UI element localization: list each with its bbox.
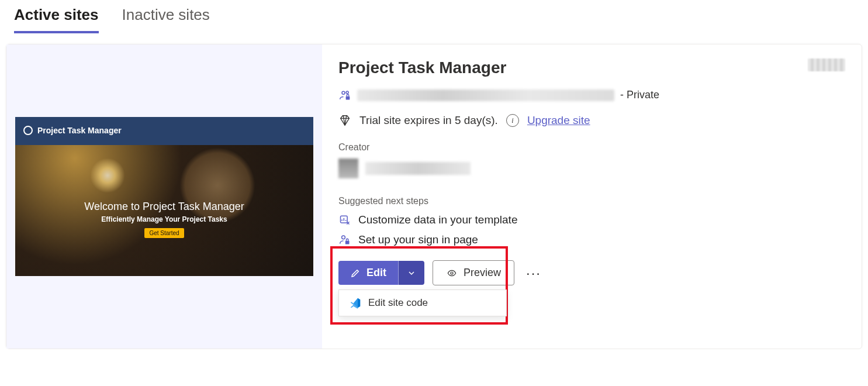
edit-dropdown-menu: Edit site code: [338, 290, 507, 316]
vscode-icon: [350, 297, 361, 309]
thumb-hero: Welcome to Project Task Manager Efficien…: [15, 145, 313, 276]
thumb-logo-icon: [23, 126, 33, 135]
trial-text: Trial site expires in 5 day(s).: [359, 114, 498, 127]
info-icon[interactable]: i: [506, 114, 519, 127]
diamond-icon: [338, 114, 351, 127]
svg-point-0: [342, 91, 345, 94]
preview-button-label: Preview: [464, 267, 501, 279]
person-lock-icon: [338, 234, 351, 246]
edit-dropdown-button[interactable]: [399, 261, 424, 285]
creator-name-redacted: [365, 162, 471, 175]
tab-inactive-sites[interactable]: Inactive sites: [122, 6, 210, 31]
creator-avatar-redacted: [338, 158, 358, 178]
thumb-hero-button: Get Started: [144, 228, 184, 238]
thumb-hero-sub: Efficiently Manage Your Project Tasks: [101, 215, 227, 223]
creator-label: Creator: [338, 142, 845, 153]
step-customize-data[interactable]: Customize data in your template: [338, 213, 845, 226]
thumb-brand: Project Task Manager: [37, 126, 122, 135]
redacted-url: [357, 89, 614, 101]
site-card: Project Task Manager Home About Us Conta…: [6, 44, 862, 349]
visibility-row: - Private: [338, 89, 845, 101]
svg-point-1: [346, 91, 348, 94]
chart-edit-icon: [338, 214, 351, 226]
visibility-label: - Private: [620, 89, 659, 101]
upgrade-site-link[interactable]: Upgrade site: [527, 114, 590, 127]
redacted-tag: [808, 58, 845, 71]
thumb-topbar: Project Task Manager: [15, 117, 313, 144]
more-actions-button[interactable]: ···: [523, 263, 545, 284]
creator-row: [338, 158, 845, 178]
sites-tabs: Active sites Inactive sites: [0, 0, 868, 33]
site-thumbnail[interactable]: Project Task Manager Home About Us Conta…: [15, 117, 313, 276]
action-buttons-row: Edit Preview: [338, 260, 845, 285]
svg-rect-5: [345, 241, 350, 244]
edit-site-code-item[interactable]: Edit site code: [368, 297, 428, 309]
step-signin-page[interactable]: Set up your sign in page: [338, 233, 845, 246]
chevron-down-icon: [407, 268, 416, 278]
preview-button[interactable]: Preview: [433, 260, 514, 285]
thumb-hero-title: Welcome to Project Task Manager: [84, 201, 244, 213]
trial-row: Trial site expires in 5 day(s). i Upgrad…: [338, 114, 845, 127]
svg-point-4: [342, 236, 345, 239]
title-row: Project Task Manager: [338, 58, 845, 77]
site-title: Project Task Manager: [338, 58, 506, 77]
site-details: Project Task Manager - Private Tr: [322, 44, 862, 349]
edit-button[interactable]: Edit: [338, 261, 399, 285]
edit-button-label: Edit: [366, 267, 386, 279]
suggested-label: Suggested next steps: [338, 196, 845, 206]
eye-icon: [446, 268, 458, 278]
step-text: Customize data in your template: [358, 213, 517, 226]
tab-active-sites[interactable]: Active sites: [14, 6, 99, 33]
pencil-icon: [350, 268, 361, 278]
people-lock-icon: [338, 89, 351, 101]
edit-split-button: Edit: [338, 261, 424, 285]
step-text: Set up your sign in page: [358, 233, 478, 246]
site-thumbnail-panel: Project Task Manager Home About Us Conta…: [6, 44, 322, 349]
svg-point-6: [451, 272, 453, 274]
svg-rect-2: [346, 96, 350, 99]
